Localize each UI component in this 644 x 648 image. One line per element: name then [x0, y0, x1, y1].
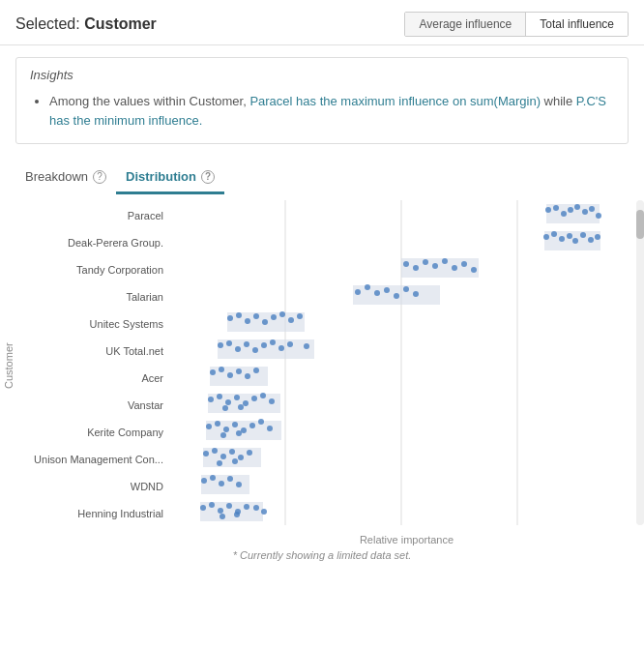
svg-point-74 — [249, 423, 255, 428]
svg-point-33 — [413, 291, 419, 297]
svg-point-54 — [219, 367, 224, 372]
svg-point-9 — [589, 206, 595, 212]
bar-wdnd — [201, 475, 249, 494]
svg-point-60 — [217, 394, 222, 399]
svg-point-95 — [226, 503, 232, 509]
x-axis-label: Relative importance — [0, 532, 644, 547]
svg-point-97 — [244, 504, 249, 510]
svg-point-19 — [403, 261, 409, 267]
svg-point-23 — [442, 258, 448, 264]
distribution-help-icon[interactable]: ? — [201, 170, 215, 184]
svg-point-15 — [572, 238, 578, 244]
svg-point-25 — [461, 261, 467, 267]
svg-point-57 — [245, 373, 250, 379]
svg-point-17 — [588, 237, 594, 243]
svg-point-36 — [245, 318, 250, 324]
svg-point-45 — [235, 346, 241, 352]
svg-point-11 — [543, 234, 549, 240]
svg-point-78 — [236, 430, 242, 436]
svg-point-50 — [278, 345, 284, 351]
y-axis-label: Customer — [0, 200, 17, 532]
page-header: Selected: Customer Average influence Tot… — [0, 0, 644, 45]
svg-point-84 — [247, 450, 252, 456]
breakdown-help-icon[interactable]: ? — [93, 170, 106, 184]
row-label-acer: Acer — [141, 365, 169, 392]
svg-point-91 — [236, 482, 242, 487]
svg-point-86 — [232, 458, 238, 464]
svg-point-44 — [226, 340, 232, 346]
tab-breakdown[interactable]: Breakdown ? — [15, 163, 116, 194]
row-label-deak: Deak-Perera Group. — [68, 229, 169, 256]
chart-svg-area — [169, 200, 644, 532]
insight-highlight-1: Paracel has the maximum influence on sum… — [249, 94, 541, 108]
svg-point-49 — [270, 339, 276, 345]
svg-point-101 — [261, 509, 267, 515]
svg-point-4 — [553, 205, 559, 211]
svg-point-37 — [253, 313, 259, 319]
svg-point-46 — [244, 341, 249, 347]
svg-point-58 — [253, 368, 259, 373]
svg-point-87 — [201, 478, 207, 484]
row-label-talarian: Talarian — [126, 283, 169, 310]
insights-box: Insights Among the values within Custome… — [15, 57, 629, 144]
influence-toggle: Average influence Total influence — [404, 12, 629, 37]
svg-point-43 — [218, 342, 223, 348]
svg-point-35 — [236, 312, 242, 318]
svg-point-39 — [271, 314, 277, 320]
svg-point-69 — [206, 424, 212, 429]
svg-point-41 — [288, 317, 294, 323]
svg-point-77 — [220, 432, 226, 438]
distribution-chart — [169, 200, 614, 529]
tab-breakdown-label: Breakdown — [25, 169, 88, 184]
svg-point-63 — [243, 400, 249, 406]
scrollbar-track[interactable] — [636, 200, 644, 525]
svg-point-21 — [423, 259, 428, 265]
svg-point-93 — [209, 502, 215, 508]
page-title: Selected: Customer — [15, 15, 157, 33]
chart-container: Customer Paracel Deak-Perera Group. Tand… — [0, 194, 644, 532]
svg-point-68 — [238, 404, 244, 410]
svg-point-92 — [200, 505, 206, 511]
total-influence-btn[interactable]: Total influence — [526, 13, 628, 36]
svg-point-20 — [413, 265, 419, 271]
avg-influence-btn[interactable]: Average influence — [405, 13, 526, 36]
svg-point-61 — [225, 399, 231, 405]
svg-point-94 — [218, 508, 223, 514]
svg-point-12 — [551, 231, 557, 237]
svg-point-64 — [251, 396, 257, 401]
svg-point-29 — [374, 290, 380, 296]
svg-point-56 — [236, 368, 242, 374]
svg-point-81 — [220, 454, 226, 459]
svg-point-30 — [384, 287, 390, 293]
row-label-kerite: Kerite Company — [87, 419, 169, 446]
svg-point-88 — [210, 475, 216, 481]
svg-point-32 — [403, 286, 409, 292]
svg-point-8 — [582, 209, 588, 215]
title-prefix: Selected: — [15, 15, 84, 32]
footnote: * Currently showing a limited data set. — [0, 547, 644, 569]
svg-point-67 — [222, 405, 228, 411]
svg-point-51 — [287, 341, 293, 347]
svg-point-70 — [215, 421, 220, 427]
svg-point-34 — [227, 315, 233, 321]
insight-text-2: while — [541, 94, 576, 108]
svg-point-72 — [232, 422, 238, 427]
tab-distribution[interactable]: Distribution ? — [116, 163, 224, 194]
title-value: Customer — [84, 15, 157, 32]
svg-point-6 — [568, 207, 573, 213]
svg-point-40 — [279, 311, 285, 317]
scrollbar-thumb[interactable] — [636, 210, 644, 239]
svg-point-76 — [267, 426, 273, 431]
svg-point-99 — [234, 512, 240, 517]
svg-point-14 — [567, 233, 572, 239]
svg-point-65 — [260, 393, 266, 398]
svg-point-31 — [394, 293, 399, 299]
svg-point-59 — [208, 397, 214, 402]
row-label-vanstar: Vanstar — [128, 392, 169, 419]
svg-point-73 — [241, 427, 247, 433]
insights-label: Insights — [30, 68, 614, 82]
svg-point-98 — [220, 514, 225, 519]
svg-point-55 — [227, 372, 233, 378]
svg-point-10 — [596, 213, 601, 219]
svg-point-26 — [471, 267, 477, 273]
